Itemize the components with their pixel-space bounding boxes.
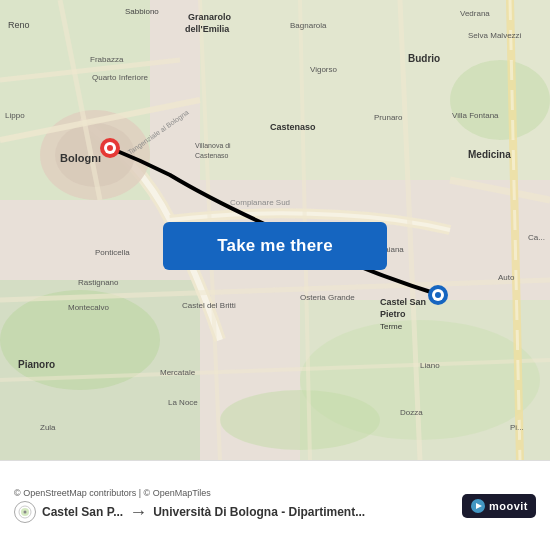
svg-text:Prunaro: Prunaro — [374, 113, 403, 122]
svg-text:dell'Emilia: dell'Emilia — [185, 24, 230, 34]
svg-point-66 — [435, 292, 441, 298]
svg-text:Castel San: Castel San — [380, 297, 426, 307]
svg-point-63 — [107, 145, 113, 151]
svg-text:Castel del Britti: Castel del Britti — [182, 301, 236, 310]
map-container: Reno Sabbiono Granarolo dell'Emilia Bagn… — [0, 0, 550, 460]
svg-text:La Noce: La Noce — [168, 398, 198, 407]
svg-text:Vedrana: Vedrana — [460, 9, 490, 18]
svg-text:Sabbiono: Sabbiono — [125, 7, 159, 16]
svg-text:Osteria Grande: Osteria Grande — [300, 293, 355, 302]
attribution-text: © OpenStreetMap contributors | © OpenMap… — [14, 488, 446, 498]
svg-text:Auto: Auto — [498, 273, 515, 282]
svg-text:Quarto Inferiore: Quarto Inferiore — [92, 73, 149, 82]
svg-text:Selva Malvezzi: Selva Malvezzi — [468, 31, 522, 40]
svg-point-8 — [220, 390, 380, 450]
svg-text:Frabazza: Frabazza — [90, 55, 124, 64]
svg-text:Zula: Zula — [40, 423, 56, 432]
svg-point-69 — [24, 511, 27, 514]
svg-text:Budrio: Budrio — [408, 53, 440, 64]
svg-text:Pianoro: Pianoro — [18, 359, 55, 370]
svg-text:Pietro: Pietro — [380, 309, 406, 319]
svg-text:Medicina: Medicina — [468, 149, 511, 160]
svg-text:Terme: Terme — [380, 322, 403, 331]
svg-text:Lippo: Lippo — [5, 111, 25, 120]
moovit-logo: moovit — [462, 494, 536, 518]
osm-logo — [14, 501, 36, 523]
svg-text:Bagnarola: Bagnarola — [290, 21, 327, 30]
svg-text:Bolognı: Bolognı — [60, 152, 101, 164]
svg-text:Villanova di: Villanova di — [195, 142, 231, 149]
take-me-there-button[interactable]: Take me there — [163, 222, 387, 270]
svg-text:Castenaso: Castenaso — [195, 152, 229, 159]
svg-text:Rastignano: Rastignano — [78, 278, 119, 287]
from-label: Castel San P... — [42, 505, 123, 519]
svg-text:Dozza: Dozza — [400, 408, 423, 417]
arrow-icon: → — [129, 502, 147, 523]
svg-text:Pi...: Pi... — [510, 423, 524, 432]
svg-text:Mercatale: Mercatale — [160, 368, 196, 377]
bottom-bar: © OpenStreetMap contributors | © OpenMap… — [0, 460, 550, 550]
svg-text:Castenaso: Castenaso — [270, 122, 316, 132]
to-label: Università Di Bologna - Dipartiment... — [153, 505, 446, 519]
svg-point-7 — [450, 60, 550, 140]
svg-text:Ponticella: Ponticella — [95, 248, 130, 257]
svg-text:Granarolo: Granarolo — [188, 12, 232, 22]
svg-text:Vigorso: Vigorso — [310, 65, 338, 74]
svg-text:Ca...: Ca... — [528, 233, 545, 242]
svg-text:Complanare Sud: Complanare Sud — [230, 198, 290, 207]
svg-text:Villa Fontana: Villa Fontana — [452, 111, 499, 120]
svg-text:Montecalvo: Montecalvo — [68, 303, 109, 312]
svg-text:Liano: Liano — [420, 361, 440, 370]
svg-text:Reno: Reno — [8, 20, 30, 30]
